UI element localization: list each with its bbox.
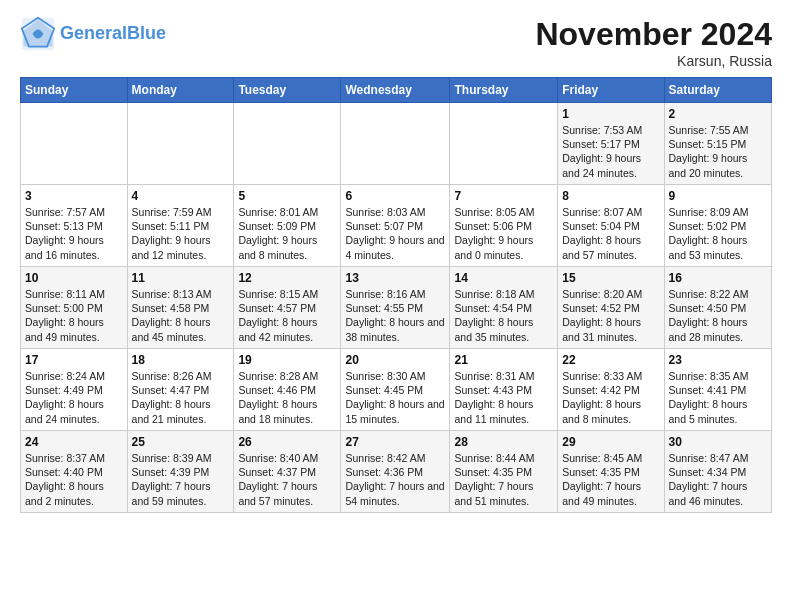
day-number: 19 xyxy=(238,353,336,367)
day-info: Sunrise: 8:05 AMSunset: 5:06 PMDaylight:… xyxy=(454,205,553,262)
day-info: Sunrise: 8:45 AMSunset: 4:35 PMDaylight:… xyxy=(562,451,659,508)
day-cell xyxy=(21,103,128,185)
day-info: Sunrise: 8:47 AMSunset: 4:34 PMDaylight:… xyxy=(669,451,767,508)
day-number: 24 xyxy=(25,435,123,449)
day-number: 16 xyxy=(669,271,767,285)
logo-icon xyxy=(20,16,56,52)
day-number: 29 xyxy=(562,435,659,449)
day-info: Sunrise: 8:15 AMSunset: 4:57 PMDaylight:… xyxy=(238,287,336,344)
day-info: Sunrise: 8:13 AMSunset: 4:58 PMDaylight:… xyxy=(132,287,230,344)
day-info: Sunrise: 8:44 AMSunset: 4:35 PMDaylight:… xyxy=(454,451,553,508)
logo-general: General xyxy=(60,23,127,43)
week-row-3: 10Sunrise: 8:11 AMSunset: 5:00 PMDayligh… xyxy=(21,267,772,349)
day-cell: 11Sunrise: 8:13 AMSunset: 4:58 PMDayligh… xyxy=(127,267,234,349)
weekday-header-monday: Monday xyxy=(127,78,234,103)
day-cell: 19Sunrise: 8:28 AMSunset: 4:46 PMDayligh… xyxy=(234,349,341,431)
day-number: 14 xyxy=(454,271,553,285)
logo-text: GeneralBlue xyxy=(60,24,166,44)
day-cell: 6Sunrise: 8:03 AMSunset: 5:07 PMDaylight… xyxy=(341,185,450,267)
day-cell: 14Sunrise: 8:18 AMSunset: 4:54 PMDayligh… xyxy=(450,267,558,349)
day-info: Sunrise: 8:09 AMSunset: 5:02 PMDaylight:… xyxy=(669,205,767,262)
week-row-5: 24Sunrise: 8:37 AMSunset: 4:40 PMDayligh… xyxy=(21,431,772,513)
day-number: 20 xyxy=(345,353,445,367)
day-cell: 4Sunrise: 7:59 AMSunset: 5:11 PMDaylight… xyxy=(127,185,234,267)
day-number: 4 xyxy=(132,189,230,203)
logo-blue: Blue xyxy=(127,23,166,43)
day-info: Sunrise: 8:24 AMSunset: 4:49 PMDaylight:… xyxy=(25,369,123,426)
title-block: November 2024 Karsun, Russia xyxy=(535,16,772,69)
weekday-header-tuesday: Tuesday xyxy=(234,78,341,103)
day-number: 15 xyxy=(562,271,659,285)
day-cell: 15Sunrise: 8:20 AMSunset: 4:52 PMDayligh… xyxy=(558,267,664,349)
week-row-4: 17Sunrise: 8:24 AMSunset: 4:49 PMDayligh… xyxy=(21,349,772,431)
day-cell: 25Sunrise: 8:39 AMSunset: 4:39 PMDayligh… xyxy=(127,431,234,513)
day-cell: 9Sunrise: 8:09 AMSunset: 5:02 PMDaylight… xyxy=(664,185,771,267)
day-info: Sunrise: 8:20 AMSunset: 4:52 PMDaylight:… xyxy=(562,287,659,344)
day-info: Sunrise: 8:37 AMSunset: 4:40 PMDaylight:… xyxy=(25,451,123,508)
calendar-table: SundayMondayTuesdayWednesdayThursdayFrid… xyxy=(20,77,772,513)
day-cell: 21Sunrise: 8:31 AMSunset: 4:43 PMDayligh… xyxy=(450,349,558,431)
day-cell: 20Sunrise: 8:30 AMSunset: 4:45 PMDayligh… xyxy=(341,349,450,431)
day-info: Sunrise: 8:11 AMSunset: 5:00 PMDaylight:… xyxy=(25,287,123,344)
day-number: 25 xyxy=(132,435,230,449)
day-number: 5 xyxy=(238,189,336,203)
day-number: 26 xyxy=(238,435,336,449)
location: Karsun, Russia xyxy=(535,53,772,69)
calendar-page: GeneralBlue November 2024 Karsun, Russia… xyxy=(0,0,792,523)
day-cell: 22Sunrise: 8:33 AMSunset: 4:42 PMDayligh… xyxy=(558,349,664,431)
day-number: 1 xyxy=(562,107,659,121)
day-number: 2 xyxy=(669,107,767,121)
day-number: 7 xyxy=(454,189,553,203)
month-title: November 2024 xyxy=(535,16,772,53)
day-info: Sunrise: 8:39 AMSunset: 4:39 PMDaylight:… xyxy=(132,451,230,508)
day-info: Sunrise: 8:42 AMSunset: 4:36 PMDaylight:… xyxy=(345,451,445,508)
day-cell: 10Sunrise: 8:11 AMSunset: 5:00 PMDayligh… xyxy=(21,267,128,349)
day-info: Sunrise: 7:55 AMSunset: 5:15 PMDaylight:… xyxy=(669,123,767,180)
day-number: 23 xyxy=(669,353,767,367)
day-cell: 29Sunrise: 8:45 AMSunset: 4:35 PMDayligh… xyxy=(558,431,664,513)
day-cell: 27Sunrise: 8:42 AMSunset: 4:36 PMDayligh… xyxy=(341,431,450,513)
day-cell: 13Sunrise: 8:16 AMSunset: 4:55 PMDayligh… xyxy=(341,267,450,349)
day-number: 22 xyxy=(562,353,659,367)
day-number: 18 xyxy=(132,353,230,367)
day-info: Sunrise: 7:53 AMSunset: 5:17 PMDaylight:… xyxy=(562,123,659,180)
day-cell xyxy=(450,103,558,185)
day-info: Sunrise: 8:40 AMSunset: 4:37 PMDaylight:… xyxy=(238,451,336,508)
day-cell xyxy=(234,103,341,185)
header: GeneralBlue November 2024 Karsun, Russia xyxy=(20,16,772,69)
day-cell: 26Sunrise: 8:40 AMSunset: 4:37 PMDayligh… xyxy=(234,431,341,513)
day-info: Sunrise: 8:30 AMSunset: 4:45 PMDaylight:… xyxy=(345,369,445,426)
day-info: Sunrise: 8:03 AMSunset: 5:07 PMDaylight:… xyxy=(345,205,445,262)
day-number: 28 xyxy=(454,435,553,449)
day-number: 27 xyxy=(345,435,445,449)
week-row-1: 1Sunrise: 7:53 AMSunset: 5:17 PMDaylight… xyxy=(21,103,772,185)
day-number: 11 xyxy=(132,271,230,285)
day-info: Sunrise: 8:33 AMSunset: 4:42 PMDaylight:… xyxy=(562,369,659,426)
day-cell: 24Sunrise: 8:37 AMSunset: 4:40 PMDayligh… xyxy=(21,431,128,513)
day-cell: 1Sunrise: 7:53 AMSunset: 5:17 PMDaylight… xyxy=(558,103,664,185)
day-cell: 5Sunrise: 8:01 AMSunset: 5:09 PMDaylight… xyxy=(234,185,341,267)
week-row-2: 3Sunrise: 7:57 AMSunset: 5:13 PMDaylight… xyxy=(21,185,772,267)
day-info: Sunrise: 7:57 AMSunset: 5:13 PMDaylight:… xyxy=(25,205,123,262)
weekday-header-thursday: Thursday xyxy=(450,78,558,103)
day-cell xyxy=(341,103,450,185)
day-cell: 23Sunrise: 8:35 AMSunset: 4:41 PMDayligh… xyxy=(664,349,771,431)
day-cell: 28Sunrise: 8:44 AMSunset: 4:35 PMDayligh… xyxy=(450,431,558,513)
day-number: 3 xyxy=(25,189,123,203)
day-info: Sunrise: 8:22 AMSunset: 4:50 PMDaylight:… xyxy=(669,287,767,344)
day-number: 17 xyxy=(25,353,123,367)
weekday-header-row: SundayMondayTuesdayWednesdayThursdayFrid… xyxy=(21,78,772,103)
day-number: 9 xyxy=(669,189,767,203)
day-cell: 3Sunrise: 7:57 AMSunset: 5:13 PMDaylight… xyxy=(21,185,128,267)
day-cell: 18Sunrise: 8:26 AMSunset: 4:47 PMDayligh… xyxy=(127,349,234,431)
day-number: 21 xyxy=(454,353,553,367)
day-info: Sunrise: 8:18 AMSunset: 4:54 PMDaylight:… xyxy=(454,287,553,344)
weekday-header-sunday: Sunday xyxy=(21,78,128,103)
day-info: Sunrise: 8:28 AMSunset: 4:46 PMDaylight:… xyxy=(238,369,336,426)
logo: GeneralBlue xyxy=(20,16,166,52)
day-info: Sunrise: 8:35 AMSunset: 4:41 PMDaylight:… xyxy=(669,369,767,426)
day-cell: 12Sunrise: 8:15 AMSunset: 4:57 PMDayligh… xyxy=(234,267,341,349)
day-cell: 8Sunrise: 8:07 AMSunset: 5:04 PMDaylight… xyxy=(558,185,664,267)
day-info: Sunrise: 8:16 AMSunset: 4:55 PMDaylight:… xyxy=(345,287,445,344)
day-number: 8 xyxy=(562,189,659,203)
